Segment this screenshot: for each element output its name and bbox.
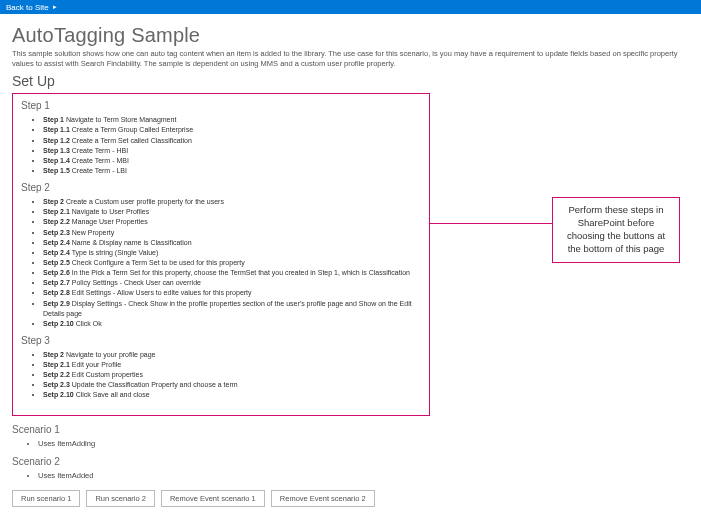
step-item-label: Step 2 [43,198,64,205]
step-item-label: Step 1.4 [43,157,70,164]
step-item-label: Step 1.3 [43,147,70,154]
remove-event-scenario-2-button[interactable]: Remove Event scenario 2 [271,490,375,507]
step-item-text: Click Ok [74,320,102,327]
step-item-text: Check Configure a Term Set to be used fo… [70,259,245,266]
step-item-label: Setp 2.7 [43,279,70,286]
step-item-text: Create a Term Set called Classification [70,137,192,144]
step-item-label: Step 2.2 [43,218,70,225]
callout-connector [430,223,552,224]
step1-heading: Step 1 [21,100,421,111]
step1-list: Step 1 Navigate to Term Store ManagmentS… [21,115,421,176]
step-item-text: Create a Term Group Called Enterprise [70,126,193,133]
step-item-label: Setp 2.9 [43,300,70,307]
step-item: Step 2.1 Edit your Profile [43,360,421,370]
layout: Step 1 Step 1 Navigate to Term Store Man… [12,93,689,415]
step-item-text: Edit Settings - Allow Users to edite val… [70,289,252,296]
step-item: Step 2 Navigate to your profile page [43,350,421,360]
step-item: Step 2.2 Manage User Properties [43,217,421,227]
scenario1-list: Uses ItemAdding [12,439,689,448]
step-item-label: Setp 2.8 [43,289,70,296]
step-item: Setp 2.8 Edit Settings - Allow Users to … [43,288,421,298]
step-item-label: Step 2.1 [43,361,70,368]
step-item: Setp 2.10 Click Save all and close [43,390,421,400]
scenario2-heading: Scenario 2 [12,456,689,467]
steps-box: Step 1 Step 1 Navigate to Term Store Man… [12,93,430,415]
step-item-label: Setp 2.2 [43,371,70,378]
step-item: Setp 2.7 Policy Settings - Check User ca… [43,278,421,288]
step-item-label: Step 2 [43,351,64,358]
step-item: Setp 2.3 New Property [43,228,421,238]
step-item-text: Navigate to your profile page [64,351,155,358]
scenario2-item: Uses ItemAdded [38,471,689,480]
step-item: Step 1.1 Create a Term Group Called Ente… [43,125,421,135]
step-item-text: Update the Classification Property and c… [70,381,238,388]
run-scenario-1-button[interactable]: Run scenario 1 [12,490,80,507]
step-item: Setp 2.4 Name & Display name is Classifi… [43,238,421,248]
step-item-label: Setp 2.10 [43,320,74,327]
step-item: Setp 2.5 Check Configure a Term Set to b… [43,258,421,268]
step3-list: Step 2 Navigate to your profile pageStep… [21,350,421,401]
step-item: Setp 2.10 Click Ok [43,319,421,329]
step2-heading: Step 2 [21,182,421,193]
step-item-label: Setp 2.3 [43,229,70,236]
callout-box: Perform these steps in SharePoint before… [552,197,680,262]
step-item-text: Name & Display name is Classification [70,239,192,246]
step-item-label: Setp 2.4 [43,239,70,246]
step-item: Step 1.2 Create a Term Set called Classi… [43,136,421,146]
top-bar: Back to Site ▸ [0,0,701,14]
run-scenario-2-button[interactable]: Run scenario 2 [86,490,154,507]
step-item: Step 2.1 Navigate to User Profiles [43,207,421,217]
step-item-text: Create Term - LBI [70,167,127,174]
step-item-label: Setp 2.5 [43,259,70,266]
step-item: Setp 2.6 In the Pick a Term Set for this… [43,268,421,278]
step-item-text: Create Term - MBI [70,157,129,164]
step-item-label: Setp 2.6 [43,269,70,276]
scenario1-heading: Scenario 1 [12,424,689,435]
step-item-label: Step 1.2 [43,137,70,144]
step-item-text: Edit your Profile [70,361,121,368]
step2-list: Step 2 Create a Custom user profile prop… [21,197,421,329]
step-item: Setp 2.2 Edit Custom properties [43,370,421,380]
step-item-text: Create a Custom user profile property fo… [64,198,224,205]
step3-heading: Step 3 [21,335,421,346]
step-item: Step 1.5 Create Term - LBI [43,166,421,176]
step-item-text: Display Settings - Check Show in the pro… [43,300,412,317]
step-item: Step 1 Navigate to Term Store Managment [43,115,421,125]
step-item-label: Setp 2.4 [43,249,70,256]
button-row: Run scenario 1 Run scenario 2 Remove Eve… [12,490,689,507]
step-item-text: In the Pick a Term Set for this property… [70,269,410,276]
back-to-site-link[interactable]: Back to Site [6,3,49,12]
step-item-text: Navigate to User Profiles [70,208,149,215]
step-item: Step 1.4 Create Term - MBI [43,156,421,166]
step-item-text: New Property [70,229,114,236]
intro-text: This sample solution shows how one can a… [12,49,689,69]
step-item-label: Step 2.1 [43,208,70,215]
step-item: Setp 2.4 Type is string (Single Value) [43,248,421,258]
step-item-text: Type is string (Single Value) [70,249,158,256]
step-item: Setp 2.3 Update the Classification Prope… [43,380,421,390]
step-item-text: Navigate to Term Store Managment [64,116,176,123]
step-item-label: Setp 2.10 [43,391,74,398]
step-item-label: Setp 2.3 [43,381,70,388]
step-item-text: Policy Settings - Check User can overrid… [70,279,201,286]
step-item: Step 2 Create a Custom user profile prop… [43,197,421,207]
step-item-label: Step 1 [43,116,64,123]
setup-heading: Set Up [12,73,689,89]
step-item-label: Step 1.5 [43,167,70,174]
step-item: Setp 2.9 Display Settings - Check Show i… [43,299,421,319]
step-item-text: Manage User Properties [70,218,148,225]
scenario2-list: Uses ItemAdded [12,471,689,480]
scenario1-item: Uses ItemAdding [38,439,689,448]
step-item-text: Edit Custom properties [70,371,143,378]
page-title: AutoTagging Sample [12,24,689,47]
step-item-label: Step 1.1 [43,126,70,133]
caret-icon: ▸ [53,3,57,11]
remove-event-scenario-1-button[interactable]: Remove Event scenario 1 [161,490,265,507]
step-item-text: Create Term - HBI [70,147,128,154]
step-item: Step 1.3 Create Term - HBI [43,146,421,156]
page-content: AutoTagging Sample This sample solution … [0,14,701,515]
step-item-text: Click Save all and close [74,391,150,398]
